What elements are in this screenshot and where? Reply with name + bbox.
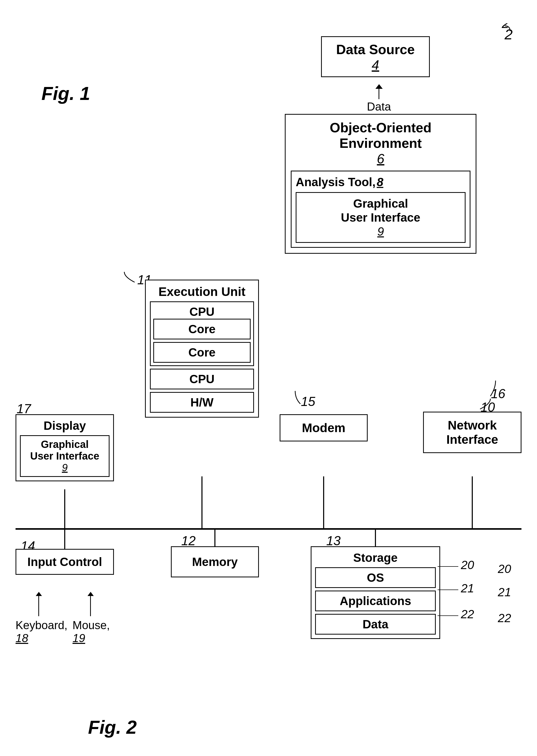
svg-text:2: 2 (502, 23, 509, 31)
storage-data-ref: 22 (498, 611, 511, 625)
cpu1-label: CPU (153, 305, 251, 319)
gui-display-box: Graphical User Interface 9 (20, 435, 109, 477)
os-box: OS (315, 567, 436, 588)
vline-storage-up (375, 528, 376, 546)
cpu-outer-box: CPU Core Core (150, 301, 254, 366)
fig2-diagram: Fig. 2 11 10 Execution Unit CPU Core Cor… (0, 264, 537, 746)
gui-title2: User Interface (302, 211, 460, 224)
execution-unit-title: Execution Unit (150, 285, 254, 299)
cpu2-box: CPU (150, 369, 254, 389)
oo-env-ref: 6 (291, 151, 471, 167)
svg-text:16: 16 (491, 386, 505, 401)
oo-env-box: Object-Oriented Environment 6 Analysis T… (285, 114, 476, 254)
ref2-arrow: 2 (481, 23, 513, 44)
analysis-tool-ref: 8 (377, 175, 384, 189)
data-arrow-label: Data (367, 100, 391, 113)
vline-display (64, 489, 65, 528)
vline-modem (323, 476, 324, 528)
bus-line (16, 528, 521, 530)
gui-ref: 9 (302, 224, 460, 238)
data-source-box: Data Source 4 (321, 36, 430, 77)
vline-input-control-up (64, 528, 65, 549)
fig1-diagram: 2 2 Fig. 1 Data Source 4 Data Object-Ori… (16, 16, 528, 249)
input-control-box: Input Control (16, 549, 114, 575)
core2-box: Core (153, 342, 251, 363)
gui-inner-box: Graphical User Interface 9 (296, 192, 466, 243)
gui-display-title1: Graphical (23, 439, 106, 450)
arrow-mouse (90, 595, 91, 616)
network-interface-box: Network Interface (423, 412, 521, 453)
storage-box: Storage OS Applications Data (311, 546, 440, 639)
analysis-tool-box: Analysis Tool, 8 Graphical User Interfac… (291, 171, 471, 248)
hw-box: H/W (150, 392, 254, 413)
ref15-arrow: 15 (280, 388, 321, 409)
mouse-label: Mouse, 19 (72, 619, 110, 645)
modem-box: Modem (280, 414, 368, 441)
ref16-arrow: 16 (475, 378, 516, 401)
storage-refs-lines: 20 21 22 (437, 559, 489, 632)
display-title: Display (20, 418, 109, 433)
data-box: Data (315, 614, 436, 635)
data-source-ref: 4 (324, 57, 427, 73)
gui-display-ref: 9 (23, 462, 106, 474)
display-box: Display Graphical User Interface 9 (16, 414, 114, 481)
data-source-title: Data Source (324, 42, 427, 57)
svg-text:22: 22 (461, 607, 474, 621)
vline-memory-up (214, 528, 215, 546)
vline-execution (201, 476, 202, 528)
vline-network (472, 476, 473, 528)
analysis-tool-title: Analysis Tool, (296, 175, 375, 189)
applications-box: Applications (315, 591, 436, 611)
svg-text:20: 20 (461, 559, 475, 572)
keyboard-ref: 18 (16, 632, 28, 644)
network-title1: Network (427, 418, 518, 432)
keyboard-label: Keyboard, 18 (16, 619, 67, 645)
svg-text:15: 15 (301, 394, 315, 409)
svg-text:21: 21 (461, 581, 474, 595)
storage-title: Storage (315, 551, 436, 565)
fig1-label: Fig. 1 (41, 83, 90, 104)
arrow-keyboard (38, 595, 39, 616)
fig2-label: Fig. 2 (88, 717, 137, 738)
memory-box: Memory (171, 546, 259, 577)
oo-env-title1: Object-Oriented (291, 120, 471, 136)
gui-display-title2: User Interface (23, 450, 106, 462)
network-title2: Interface (427, 432, 518, 447)
execution-unit-box: Execution Unit CPU Core Core CPU H/W (145, 280, 259, 418)
gui-title1: Graphical (302, 196, 460, 211)
mouse-ref: 19 (72, 632, 85, 644)
core1-box: Core (153, 319, 251, 339)
storage-os-ref: 20 (498, 562, 511, 576)
storage-apps-ref: 21 (498, 585, 511, 599)
oo-env-title2: Environment (291, 136, 471, 151)
